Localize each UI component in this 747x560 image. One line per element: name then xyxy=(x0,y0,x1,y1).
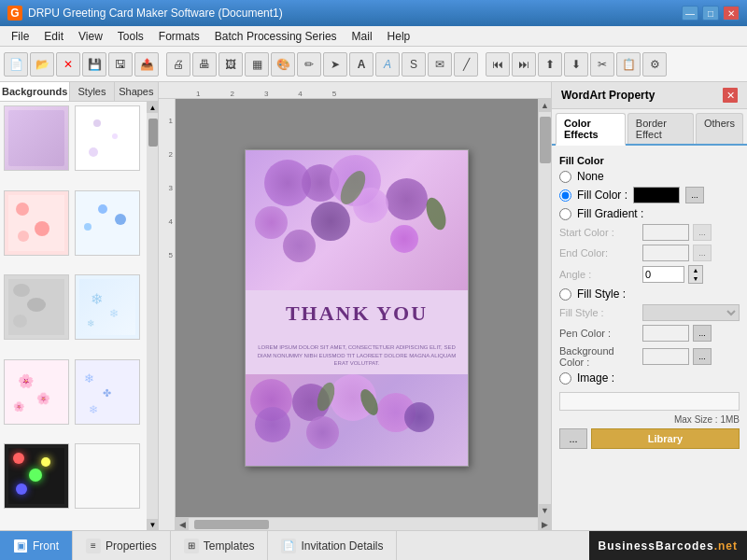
toolbar-email-img[interactable]: ✉ xyxy=(428,52,452,77)
vscroll-up[interactable]: ▲ xyxy=(539,99,552,112)
bg-color-browse[interactable]: ... xyxy=(693,348,712,365)
toolbar-symbol[interactable]: S xyxy=(402,52,426,77)
menu-file[interactable]: File xyxy=(4,28,36,45)
close-button[interactable]: ✕ xyxy=(723,6,740,21)
menu-batch-processing[interactable]: Batch Processing Series xyxy=(207,28,345,45)
toolbar-save[interactable]: 💾 xyxy=(82,52,106,77)
scroll-thumb[interactable] xyxy=(148,119,158,147)
minimize-button[interactable]: — xyxy=(682,6,698,21)
hscroll-thumb[interactable] xyxy=(194,520,269,529)
card-body-text: LOREM IPSUM DOLOR SIT AMET, CONSECTETUER… xyxy=(253,343,460,367)
background-item[interactable]: ❄ ✤ ❄ xyxy=(75,359,140,425)
bg-color-label: Background Color : xyxy=(559,345,639,368)
toolbar-line[interactable]: ╱ xyxy=(454,52,478,77)
toolbar-new[interactable]: 📄 xyxy=(4,52,28,77)
toolbar-barcode[interactable]: ▦ xyxy=(245,52,269,77)
toolbar-print[interactable]: 🖨 xyxy=(166,52,190,77)
start-color-browse: ... xyxy=(693,224,712,241)
fill-color-browse[interactable]: ... xyxy=(685,187,704,203)
start-color-swatch xyxy=(642,224,689,241)
toolbar-color[interactable]: 🎨 xyxy=(271,52,295,77)
angle-up[interactable]: ▲ xyxy=(689,266,702,274)
tab-color-effects[interactable]: Color Effects xyxy=(556,113,626,146)
toolbar-cut[interactable]: ✂ xyxy=(590,52,614,77)
fill-gradient-radio[interactable] xyxy=(559,208,571,220)
fill-image-radio[interactable] xyxy=(559,372,571,385)
background-item[interactable] xyxy=(75,105,140,171)
vscroll-thumb[interactable] xyxy=(540,117,551,163)
toolbar-draw[interactable]: ✏ xyxy=(297,52,321,77)
backgrounds-grid: ❄ ❄ ❄ 🌸 🌸 🌸 ❄ ✤ xyxy=(0,102,147,530)
toolbar-image[interactable]: 🖼 xyxy=(218,52,243,77)
angle-spin[interactable]: ▲ ▼ xyxy=(688,265,703,284)
fill-color-swatch[interactable] xyxy=(633,187,680,203)
bottom-btn-row: ... Library xyxy=(559,428,740,449)
status-tab-front[interactable]: ▣ Front xyxy=(0,531,73,560)
biz-logo-suffix: .net xyxy=(714,539,738,553)
toolbar-nav1[interactable]: ⏮ xyxy=(486,52,510,77)
toolbar-settings[interactable]: ⚙ xyxy=(642,52,667,77)
tab-shapes[interactable]: Shapes xyxy=(115,82,158,101)
status-tab-invitation[interactable]: 📄 Invitation Details xyxy=(268,531,397,560)
menu-view[interactable]: View xyxy=(71,28,110,45)
status-tab-templates[interactable]: ⊞ Templates xyxy=(171,531,269,560)
background-item[interactable]: ❄ ❄ ❄ xyxy=(75,274,140,340)
hscroll-left[interactable]: ◀ xyxy=(176,518,189,531)
background-item[interactable] xyxy=(75,190,140,256)
fill-style-radio[interactable] xyxy=(559,288,571,301)
background-item[interactable] xyxy=(4,105,69,171)
wordart-close-button[interactable]: ✕ xyxy=(723,88,738,103)
toolbar-export[interactable]: 📤 xyxy=(134,52,159,77)
background-item[interactable]: 🌸 🌸 🌸 xyxy=(4,359,69,425)
toolbar-wordart[interactable]: A xyxy=(375,52,400,77)
toolbar-export2[interactable]: ⬇ xyxy=(564,52,588,77)
wordart-property-panel: WordArt Property ✕ Color Effects Border … xyxy=(551,82,747,530)
canvas-vscroll[interactable]: ▲ ▼ xyxy=(538,99,551,517)
toolbar-save-all[interactable]: 🖫 xyxy=(108,52,133,77)
scroll-up[interactable]: ▲ xyxy=(148,102,159,113)
angle-down[interactable]: ▼ xyxy=(689,274,702,283)
status-tab-properties[interactable]: ≡ Properties xyxy=(73,531,171,560)
ruler-left: 1 2 3 4 5 xyxy=(159,99,176,530)
vscroll-down[interactable]: ▼ xyxy=(539,504,552,517)
toolbar-copy[interactable]: 📋 xyxy=(616,52,641,77)
fill-color-radio[interactable] xyxy=(559,189,571,202)
background-item[interactable] xyxy=(4,443,69,509)
toolbar-arrow[interactable]: ➤ xyxy=(323,52,347,77)
menu-help[interactable]: Help xyxy=(380,28,418,45)
toolbar-close-doc[interactable]: ✕ xyxy=(56,52,80,77)
canvas-main: THANK YOU LOREM IPSUM DOLOR SIT AMET, CO… xyxy=(176,99,538,517)
fill-style-radio-label: Fill Style : xyxy=(577,287,626,301)
fill-none-radio[interactable] xyxy=(559,171,571,183)
menu-tools[interactable]: Tools xyxy=(110,28,151,45)
left-panel-scrollbar[interactable]: ▲ ▼ xyxy=(147,102,158,530)
background-item[interactable] xyxy=(4,274,69,340)
background-item[interactable] xyxy=(75,443,140,509)
fill-style-dropdown[interactable] xyxy=(642,304,740,321)
toolbar-import[interactable]: ⬆ xyxy=(538,52,562,77)
tab-backgrounds[interactable]: Backgrounds xyxy=(0,82,70,101)
library-button[interactable]: Library xyxy=(591,428,740,449)
canvas-hscroll[interactable]: ◀ ▶ xyxy=(176,517,551,530)
menu-mail[interactable]: Mail xyxy=(345,28,380,45)
toolbar-open[interactable]: 📂 xyxy=(30,52,54,77)
pen-color-browse[interactable]: ... xyxy=(693,325,712,342)
angle-input[interactable] xyxy=(642,266,684,283)
toolbar-nav2[interactable]: ⏭ xyxy=(512,52,536,77)
background-item[interactable] xyxy=(4,190,69,256)
panel-tabs: Backgrounds Styles Shapes xyxy=(0,82,158,102)
tab-border-effect[interactable]: Border Effect xyxy=(627,113,694,144)
image-path-input[interactable] xyxy=(559,392,740,411)
toolbar-print2[interactable]: 🖶 xyxy=(192,52,217,77)
bg-color-swatch[interactable] xyxy=(642,348,689,365)
tab-others[interactable]: Others xyxy=(696,113,743,144)
menu-edit[interactable]: Edit xyxy=(36,28,71,45)
image-browse-button[interactable]: ... xyxy=(559,428,587,449)
pen-color-swatch[interactable] xyxy=(642,325,689,342)
scroll-down[interactable]: ▼ xyxy=(148,519,159,530)
hscroll-right[interactable]: ▶ xyxy=(538,518,551,531)
tab-styles[interactable]: Styles xyxy=(70,82,114,101)
maximize-button[interactable]: □ xyxy=(702,6,719,21)
toolbar-text[interactable]: A xyxy=(349,52,374,77)
menu-formats[interactable]: Formats xyxy=(151,28,207,45)
